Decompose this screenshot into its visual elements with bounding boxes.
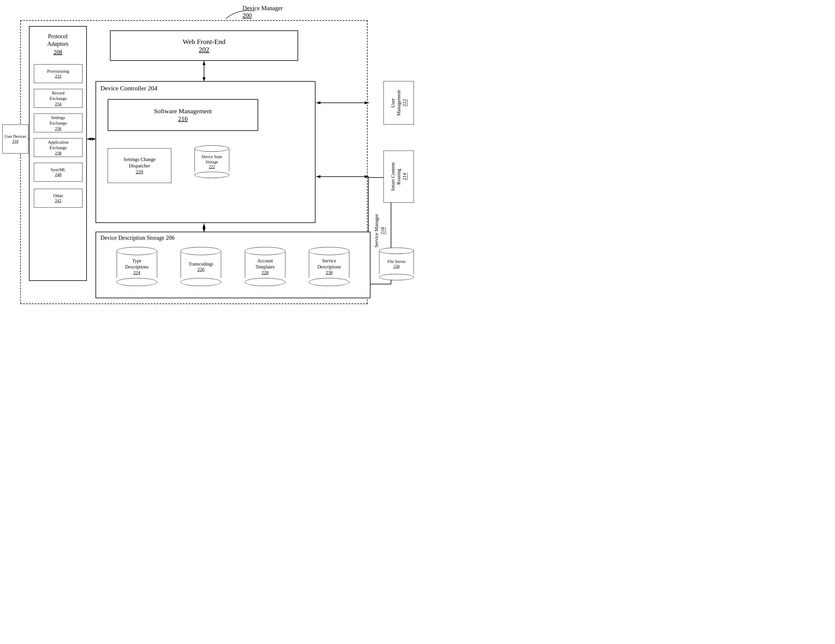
protocol-adaptors-title: ProtocolAdaptors [29,27,86,49]
syncml-number: 240 [55,172,62,177]
cyl-bottom [379,274,414,280]
application-exchange-box: ApplicationExchange 238 [34,138,83,157]
user-devices-number: 210 [13,139,18,144]
cyl-bottom [180,278,221,286]
dds-title: Device Description Storage 206 [96,232,370,241]
cyl-body: File Server 230 [379,251,414,274]
dm-number: 200 [242,12,252,19]
syncml-box: SyncML 240 [34,163,83,182]
cyl-body: TypeDescriptions 224 [117,252,157,278]
cyl-body: Device StateStorage 222 [195,148,229,172]
service-manager-label: Service Manager218 [374,214,386,247]
cyl-bottom [195,172,229,178]
device-desc-storage-box: Device Description Storage 206 TypeDescr… [96,232,370,298]
record-exchange-label: RecordExchange [49,90,67,102]
user-management-label: UserManagement212 [390,90,408,116]
cyl-top [379,247,414,254]
user-devices-box: User Devices 210 [2,125,28,153]
syncml-label: SyncML [50,168,66,172]
device-controller-number: 204 [148,85,158,92]
device-controller-box: Device Controller 204 Software Managemen… [96,81,315,223]
file-server-label: File Server [388,259,406,264]
account-templates-label: AccountTemplates [255,258,275,270]
record-exchange-number: 234 [55,102,62,107]
protocol-adaptors-number: 208 [29,49,86,62]
scr-label: Smart ContentRouting214 [390,163,408,191]
provisioning-box: Provisioning 232 [34,64,83,83]
cyl-top [117,247,157,255]
settings-dispatcher-label: Settings ChangeDispatcher [123,156,156,169]
cyl-top [245,247,285,255]
device-state-number: 222 [209,165,215,169]
dds-cylinders: TypeDescriptions 224 Transcodings 226 Ac… [96,241,370,289]
service-desc-cylinder: ServiceDescriptions 230 [309,247,349,286]
user-management-number: 212 [402,99,407,107]
file-server-number: 230 [394,264,400,269]
device-controller-title: Device Controller 204 [96,82,315,92]
settings-exchange-label: SettingsExchange [49,115,67,126]
cyl-body: Transcodings 226 [180,252,221,278]
cyl-bottom [309,278,349,286]
dm-label-text: Device Manager [242,5,283,11]
provisioning-label: Provisioning [47,69,70,74]
cyl-top [180,247,221,255]
user-devices-label: User Devices [4,134,26,139]
transcodings-number: 226 [197,267,204,272]
other-box: Other 242 [34,189,83,208]
settings-dispatcher-number: 220 [136,169,143,175]
dds-number: 206 [166,234,174,241]
account-templates-number: 228 [262,270,269,275]
device-state-label: Device StateStorage [201,154,222,165]
user-management-box: UserManagement212 [383,81,414,125]
cyl-body: AccountTemplates 228 [245,252,285,278]
type-desc-label: TypeDescriptions [125,258,148,270]
type-desc-cylinder: TypeDescriptions 224 [117,247,157,286]
device-state-storage-cylinder: Device StateStorage 222 [195,145,229,178]
other-number: 242 [55,198,62,203]
cyl-top [309,247,349,255]
software-management-label: Software Management [154,107,212,115]
file-server-box: File Server 230 [379,247,414,280]
application-exchange-label: ApplicationExchange [48,140,68,151]
protocol-adaptors-box: ProtocolAdaptors 208 Provisioning 232 Re… [29,26,87,281]
service-manager-number: 218 [380,227,385,234]
settings-exchange-number: 236 [55,126,62,131]
application-exchange-number: 238 [55,151,62,156]
other-label: Other [53,194,63,198]
web-frontend-title: Web Front-End [183,38,226,46]
web-frontend-box: Web Front-End 202 [110,31,298,61]
service-desc-number: 230 [326,270,333,275]
cyl-body: ServiceDescriptions 230 [309,252,349,278]
software-management-number: 216 [178,115,188,122]
web-frontend-number: 202 [199,46,209,54]
type-desc-number: 224 [133,270,140,275]
settings-dispatcher-box: Settings ChangeDispatcher 220 [108,148,171,183]
smart-content-routing-box: Smart ContentRouting214 [383,151,414,203]
record-exchange-box: RecordExchange 234 [34,89,83,108]
software-management-box: Software Management 216 [108,99,258,131]
transcodings-cylinder: Transcodings 226 [180,247,221,286]
scr-number: 214 [402,173,407,181]
cyl-bottom [245,278,285,286]
transcodings-label: Transcodings [188,261,213,267]
account-templates-cylinder: AccountTemplates 228 [245,247,285,286]
provisioning-number: 232 [55,74,62,79]
cyl-bottom [117,278,157,286]
settings-exchange-box: SettingsExchange 236 [34,114,83,132]
cyl-top [195,145,229,152]
device-state-storage-box: Device StateStorage 222 [195,145,229,178]
diagram-container: Device Manager 200 User Devices 210 Prot… [0,0,418,322]
device-manager-label: Device Manager 200 [242,5,283,19]
service-desc-label: ServiceDescriptions [317,258,341,270]
file-server-cylinder: File Server 230 [379,247,414,280]
